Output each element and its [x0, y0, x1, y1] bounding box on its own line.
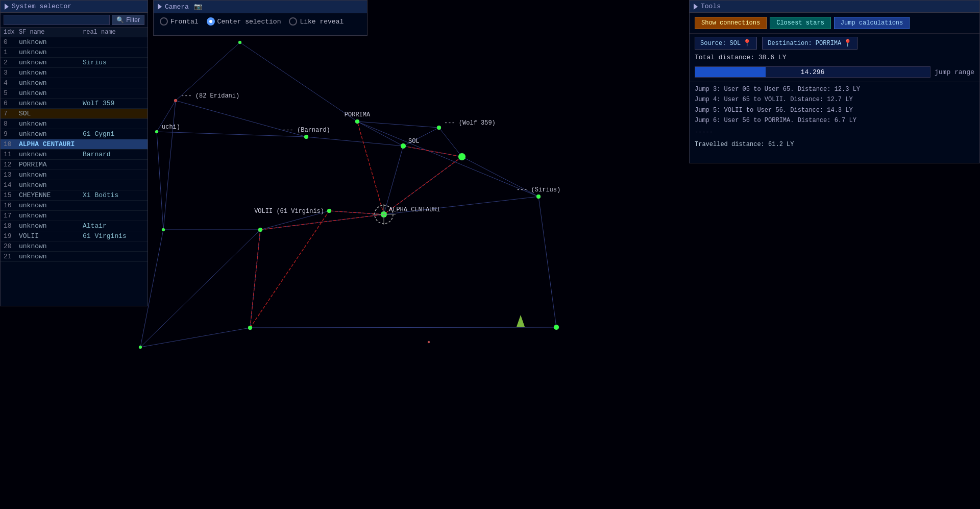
tool-btn-2[interactable]: Jump calculations	[834, 17, 910, 29]
radio-circle-0	[160, 17, 168, 26]
tools-title: Tools	[701, 3, 721, 10]
table-body[interactable]: 0 unknown 1 unknown 2 unknown Sirius 3 u…	[1, 37, 148, 262]
jump-range-bar[interactable]: 14.296	[695, 66, 930, 78]
table-row[interactable]: 20 unknown	[1, 241, 148, 252]
table-row[interactable]: 12 PORRIMA	[1, 160, 148, 170]
search-icon: 🔍	[116, 16, 124, 23]
camera-panel: Camera 📷 Frontal Center selection Like r…	[153, 0, 368, 36]
dest-badge[interactable]: Destination: PORRIMA 📍	[762, 37, 857, 50]
radio-circle-1	[207, 17, 215, 26]
table-row[interactable]: 14 unknown	[1, 180, 148, 190]
svg-text:ALPHA CENTAURI: ALPHA CENTAURI	[389, 206, 440, 213]
col-idx: idx	[3, 29, 18, 36]
dest-label: Destination: PORRIMA	[768, 40, 841, 47]
table-row[interactable]: 18 unknown Altair	[1, 221, 148, 231]
source-pin-icon: 📍	[743, 39, 751, 47]
range-label: jump range	[935, 68, 974, 76]
svg-text:uchi): uchi)	[162, 124, 180, 131]
svg-point-49	[248, 326, 252, 330]
jump-item-0: Jump 3: User 05 to User 65. Distance: 12…	[695, 84, 974, 94]
table-row[interactable]: 10 ALPHA CENTAURI	[1, 139, 148, 150]
svg-point-37	[401, 143, 406, 149]
svg-point-50	[554, 325, 559, 330]
table-row[interactable]: 2 unknown Sirius	[1, 58, 148, 68]
table-row[interactable]: 4 unknown	[1, 78, 148, 88]
jump-separator: -----	[695, 127, 974, 137]
camera-icon: 📷	[194, 3, 202, 11]
source-label: Source: SOL	[700, 40, 741, 47]
svg-point-44	[174, 99, 177, 102]
table-row[interactable]: 21 unknown	[1, 252, 148, 262]
svg-point-41	[437, 126, 441, 130]
table-header: idx SF name real name	[1, 28, 148, 37]
jump-range-row: 14.296 jump range	[690, 64, 979, 82]
table-row[interactable]: 16 unknown	[1, 201, 148, 211]
svg-text:--- (Wolf 359): --- (Wolf 359)	[444, 119, 496, 127]
jump-item-3: Jump 6: User 56 to PORRIMA. Distance: 6.…	[695, 115, 974, 126]
radio-label-2: Like reveal	[300, 18, 344, 26]
range-fill	[695, 67, 766, 77]
table-row[interactable]: 0 unknown	[1, 37, 148, 47]
tools-header: Tools	[690, 1, 979, 13]
table-row[interactable]: 17 unknown	[1, 211, 148, 221]
table-row[interactable]: 11 unknown Barnard	[1, 150, 148, 160]
svg-point-39	[327, 209, 331, 213]
svg-point-52	[428, 341, 430, 343]
tools-panel: Tools Show connectionsClosest starsJump …	[689, 0, 980, 163]
filter-row: 🔍 Filter	[1, 13, 148, 28]
travelled-distance: Travelled distance: 61.2 LY	[695, 139, 974, 150]
svg-point-42	[536, 195, 541, 199]
tool-btn-1[interactable]: Closest stars	[770, 17, 831, 29]
camera-option-2[interactable]: Like reveal	[289, 17, 344, 26]
collapse-icon[interactable]	[5, 4, 9, 10]
svg-text:SOL: SOL	[408, 138, 420, 145]
table-row[interactable]: 6 unknown Wolf 359	[1, 99, 148, 109]
table-row[interactable]: 19 VOLII 61 Virginis	[1, 231, 148, 241]
svg-text:--- (Barnard): --- (Barnard)	[282, 127, 330, 134]
svg-text:--- (82 Eridani): --- (82 Eridani)	[181, 92, 239, 100]
tools-buttons: Show connectionsClosest starsJump calcul…	[690, 13, 979, 34]
svg-text:VOLII (61 Virginis): VOLII (61 Virginis)	[254, 208, 324, 215]
svg-point-47	[162, 228, 165, 231]
table-row[interactable]: 7 SOL	[1, 109, 148, 119]
camera-title: Camera	[165, 3, 189, 11]
col-realname: real name	[82, 29, 145, 36]
source-badge[interactable]: Source: SOL 📍	[695, 37, 757, 50]
svg-point-48	[139, 346, 142, 349]
table-row[interactable]: 3 unknown	[1, 68, 148, 78]
svg-point-36	[355, 119, 359, 124]
radio-label-1: Center selection	[217, 18, 281, 26]
table-row[interactable]: 1 unknown	[1, 47, 148, 58]
radio-label-0: Frontal	[170, 18, 199, 26]
camera-collapse-icon[interactable]	[158, 4, 162, 10]
svg-text:PORRIMA: PORRIMA	[345, 111, 371, 118]
camera-options: Frontal Center selection Like reveal	[154, 13, 367, 30]
camera-option-0[interactable]: Frontal	[160, 17, 199, 26]
dest-pin-icon: 📍	[843, 39, 852, 47]
table-row[interactable]: 15 CHEYENNE Xi Boötis	[1, 190, 148, 201]
table-row[interactable]: 5 unknown	[1, 88, 148, 99]
filter-button[interactable]: 🔍 Filter	[112, 15, 144, 25]
svg-point-40	[304, 135, 308, 139]
total-distance: Total distance: 38.6 LY	[690, 53, 979, 64]
svg-point-46	[258, 228, 262, 232]
range-value: 14.296	[801, 68, 825, 76]
system-selector-header: System selector	[1, 1, 148, 13]
filter-input[interactable]	[4, 15, 110, 25]
svg-point-51	[238, 41, 241, 44]
camera-option-1[interactable]: Center selection	[207, 17, 281, 26]
system-selector-title: System selector	[12, 3, 71, 10]
svg-text:--- (Sirius): --- (Sirius)	[517, 186, 560, 193]
table-row[interactable]: 9 unknown 61 Cygni	[1, 129, 148, 139]
tool-btn-0[interactable]: Show connections	[695, 17, 767, 29]
jump-item-1: Jump 4: User 65 to VOLII. Distance: 12.7…	[695, 94, 974, 105]
col-sfname: SF name	[18, 29, 82, 36]
table-row[interactable]: 8 unknown	[1, 119, 148, 129]
jump-list: Jump 3: User 05 to User 65. Distance: 12…	[690, 82, 979, 152]
svg-point-45	[155, 130, 158, 133]
jump-item-2: Jump 5: VOLII to User 56. Distance: 14.3…	[695, 105, 974, 115]
source-dest-row: Source: SOL 📍 Destination: PORRIMA 📍	[690, 34, 979, 53]
svg-point-43	[458, 153, 465, 160]
tools-collapse-icon[interactable]	[694, 4, 698, 10]
table-row[interactable]: 13 unknown	[1, 170, 148, 180]
